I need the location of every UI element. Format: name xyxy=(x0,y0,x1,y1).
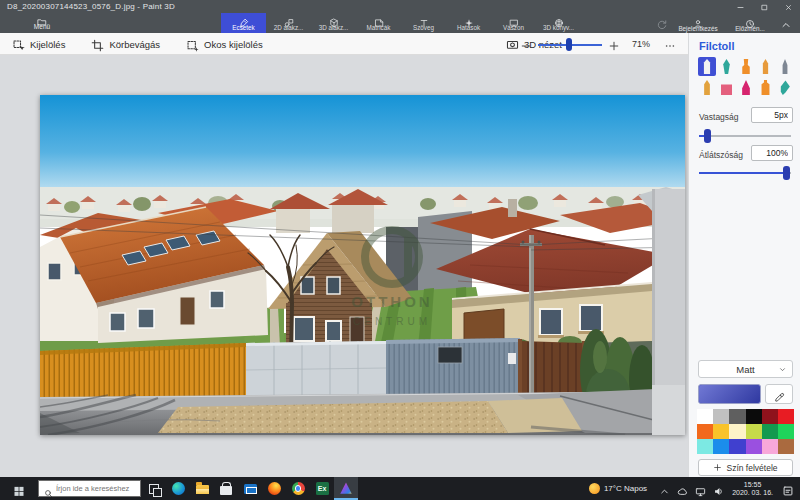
zoom-value: 71% xyxy=(632,39,650,49)
opacity-slider-handle[interactable] xyxy=(783,166,790,180)
zoom-in-icon[interactable] xyxy=(608,38,620,50)
volume-icon[interactable] xyxy=(713,483,724,494)
brush-panel: Filctoll Vastagság Átlátszóság Matt Szín… xyxy=(688,33,800,477)
palette-color-9[interactable] xyxy=(746,424,762,439)
opacity-slider[interactable] xyxy=(699,166,791,180)
brush-marker[interactable] xyxy=(698,57,716,76)
system-tray: 17°C Napos 15:55 2020. 03. 16. xyxy=(589,477,798,500)
network-icon[interactable] xyxy=(695,483,706,494)
eraser-icon xyxy=(721,80,732,95)
more-options-icon[interactable] xyxy=(664,38,676,50)
brush-watercolour[interactable] xyxy=(757,57,775,76)
current-color-swatch[interactable] xyxy=(698,384,761,404)
start-button[interactable] xyxy=(0,477,38,500)
palette-color-17[interactable] xyxy=(778,439,794,454)
tab-matric-k[interactable]: Matricák xyxy=(356,13,401,33)
menu-button[interactable]: Menü xyxy=(16,13,68,33)
palette-color-1[interactable] xyxy=(713,409,729,424)
mail-icon[interactable] xyxy=(238,477,262,500)
task-view-icon[interactable] xyxy=(142,477,166,500)
palette-color-6[interactable] xyxy=(697,424,713,439)
stickers-icon xyxy=(374,14,384,24)
text-icon xyxy=(419,14,429,24)
minimize-button[interactable] xyxy=(728,0,752,14)
excel-icon[interactable]: Ex xyxy=(310,477,334,500)
search-input[interactable] xyxy=(56,484,140,493)
taskbar-search[interactable] xyxy=(38,480,141,497)
collapse-ribbon-icon[interactable] xyxy=(780,17,792,29)
microsoft-store-icon[interactable] xyxy=(214,477,238,500)
opacity-input[interactable] xyxy=(751,145,793,161)
palette-color-16[interactable] xyxy=(762,439,778,454)
palette-color-8[interactable] xyxy=(729,424,745,439)
thickness-slider[interactable] xyxy=(699,129,791,143)
palette-color-3[interactable] xyxy=(746,409,762,424)
chrome-icon[interactable] xyxy=(286,477,310,500)
palette-color-7[interactable] xyxy=(713,424,729,439)
palette-color-11[interactable] xyxy=(778,424,794,439)
thickness-input[interactable] xyxy=(751,107,793,123)
crop-button[interactable]: Körbevágás xyxy=(91,38,160,51)
brush-calligraphy-pen[interactable] xyxy=(718,57,736,76)
brush-fill-bucket[interactable] xyxy=(776,78,794,97)
onedrive-cloud-icon[interactable] xyxy=(677,483,688,494)
weather-text[interactable]: 17°C Napos xyxy=(604,484,647,493)
clock[interactable]: 15:55 2020. 03. 16. xyxy=(732,481,773,497)
thickness-slider-handle[interactable] xyxy=(704,129,711,143)
brush-crayon[interactable] xyxy=(737,78,755,97)
select-button[interactable]: Kijelölés xyxy=(12,38,65,51)
watermark-text-1: OTTHON xyxy=(351,293,432,310)
brush-oil-brush[interactable] xyxy=(737,57,755,76)
palette-color-14[interactable] xyxy=(729,439,745,454)
search-icon xyxy=(44,484,53,493)
edge-icon[interactable] xyxy=(166,477,190,500)
palette-color-10[interactable] xyxy=(762,424,778,439)
palette-color-15[interactable] xyxy=(746,439,762,454)
palette-color-13[interactable] xyxy=(713,439,729,454)
palette-color-0[interactable] xyxy=(697,409,713,424)
zoom-slider-handle[interactable] xyxy=(566,38,572,51)
tab-hat-sok[interactable]: Hatások xyxy=(446,13,491,33)
brush-spray-can[interactable] xyxy=(757,78,775,97)
sign-in-label: Bejelentkezés xyxy=(678,25,717,32)
crayon-icon xyxy=(741,80,752,95)
sign-in-button[interactable]: Bejelentkezés xyxy=(672,15,724,32)
tray-date: 2020. 03. 16. xyxy=(732,489,773,497)
maximize-button[interactable] xyxy=(752,0,776,14)
fill-bucket-icon xyxy=(780,80,791,95)
firefox-icon[interactable] xyxy=(262,477,286,500)
tab-sz-veg[interactable]: Szöveg xyxy=(401,13,446,33)
brush-eraser[interactable] xyxy=(718,78,736,97)
tab-ecsetek[interactable]: Ecsetek xyxy=(221,13,266,33)
zoom-out-icon[interactable] xyxy=(520,38,532,50)
action-center-icon[interactable] xyxy=(782,483,794,495)
tab-3d-alakz[interactable]: 3D alakz... xyxy=(311,13,356,33)
magic-select-button[interactable]: Okos kijelölés xyxy=(186,38,263,51)
add-color-button[interactable]: Szín felvétele xyxy=(698,459,793,476)
pencil-icon xyxy=(702,80,713,95)
tab-2d-alakz[interactable]: 2D alakz... xyxy=(266,13,311,33)
weather-sun-icon[interactable] xyxy=(589,483,600,494)
paint-3d-icon[interactable] xyxy=(334,477,358,500)
tab-v-szon[interactable]: Vászon xyxy=(491,13,536,33)
tray-chevron-up-icon[interactable] xyxy=(659,483,670,494)
add-color-label: Szín felvétele xyxy=(726,463,777,473)
photo-canvas[interactable]: OTTHON CENTRUM xyxy=(40,95,685,435)
palette-color-4[interactable] xyxy=(762,409,778,424)
brush-grid xyxy=(698,57,794,97)
finish-dropdown[interactable]: Matt xyxy=(698,360,793,378)
palette-color-12[interactable] xyxy=(697,439,713,454)
brush-pencil[interactable] xyxy=(698,78,716,97)
file-explorer-icon[interactable] xyxy=(190,477,214,500)
brush-pixel-pen[interactable] xyxy=(776,57,794,76)
eyedropper-button[interactable] xyxy=(765,384,793,404)
tab-3d-k-nyv[interactable]: 3D könyv... xyxy=(536,13,581,33)
palette-color-2[interactable] xyxy=(729,409,745,424)
marker-icon xyxy=(702,59,713,74)
zoom-slider[interactable] xyxy=(538,38,602,51)
close-button[interactable] xyxy=(776,0,800,14)
history-button[interactable]: Előzmén... xyxy=(724,15,776,32)
redo-icon[interactable] xyxy=(656,17,668,29)
zoom-controls: 71% xyxy=(514,33,682,55)
palette-color-5[interactable] xyxy=(778,409,794,424)
